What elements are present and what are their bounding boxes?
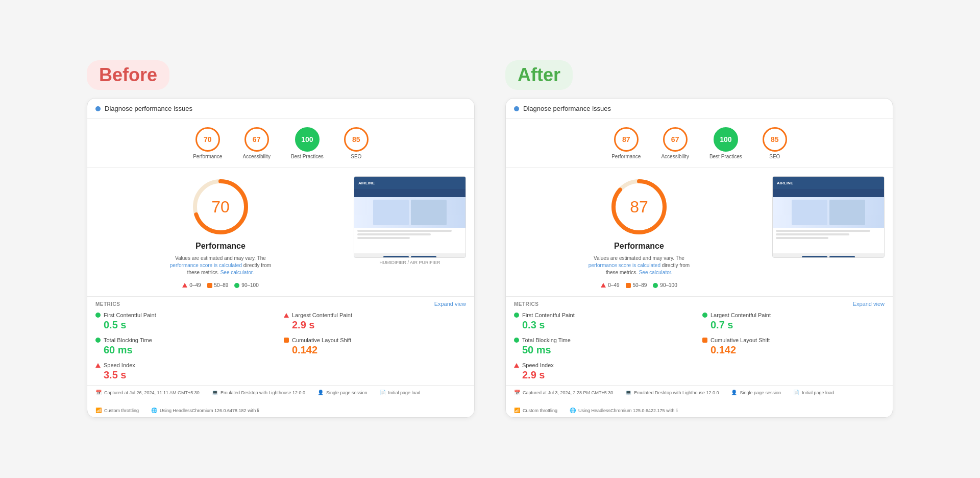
after-metric-lcp-value: 0.7 s xyxy=(702,319,885,331)
after-metric-tbt-value: 50 ms xyxy=(514,344,696,356)
after-metric-lcp-name: Largest Contentful Paint xyxy=(710,312,771,318)
before-screenshot-mock: AIRLINE xyxy=(354,176,466,258)
after-perf-section: 87 Performance Values are estimated and … xyxy=(514,176,764,288)
before-metric-tbt: Total Blocking Time 60 ms xyxy=(95,337,278,356)
before-score-circle-best-practices: 100 xyxy=(295,127,320,152)
after-metric-lcp: Largest Contentful Paint 0.7 s xyxy=(702,312,885,331)
before-metric-si: Speed Index 3.5 s xyxy=(95,362,278,381)
before-card-header: Diagnose performance issues xyxy=(87,99,474,119)
after-metric-tbt: Total Blocking Time 50 ms xyxy=(514,337,696,356)
before-metric-lcp-indicator xyxy=(284,313,289,318)
after-metric-si: Speed Index 2.9 s xyxy=(514,362,696,381)
before-legend-triangle-icon xyxy=(182,283,187,288)
before-metric-cls: Cumulative Layout Shift 0.142 xyxy=(284,337,466,356)
before-screenshot: AIRLINE xyxy=(354,176,466,288)
before-footer-calendar-icon: 📅 xyxy=(95,390,102,395)
after-calc-link[interactable]: See calculator. xyxy=(639,270,673,275)
before-label: Before xyxy=(87,60,169,90)
after-screenshot-nav xyxy=(773,189,884,197)
before-footer-emulated: 💻 Emulated Desktop with Lighthouse 12.0.… xyxy=(212,390,305,395)
before-panel: Before Diagnose performance issues 70 Pe… xyxy=(87,60,475,418)
before-legend-0-49: 0–49 xyxy=(182,282,201,288)
after-screenshot-body xyxy=(773,228,884,253)
before-metric-fcp-indicator xyxy=(95,313,101,318)
after-metric-cls-indicator xyxy=(702,338,707,343)
after-score-circle-seo: 85 xyxy=(763,127,787,152)
before-metric-fcp-name: First Contentful Paint xyxy=(104,312,156,318)
before-legend-90-100: 90–100 xyxy=(234,282,258,288)
before-header-title: Diagnose performance issues xyxy=(105,105,192,112)
before-score-circle-seo: 85 xyxy=(344,127,369,152)
before-metric-cls-value: 0.142 xyxy=(284,344,466,356)
after-metric-fcp-value: 0.3 s xyxy=(514,319,696,331)
before-screenshot-logo: AIRLINE xyxy=(358,181,375,185)
before-metric-tbt-value: 60 ms xyxy=(95,344,278,356)
before-perf-title: Performance xyxy=(195,242,246,251)
main-container: Before Diagnose performance issues 70 Pe… xyxy=(31,60,949,418)
before-screenshot-header: AIRLINE xyxy=(354,177,465,189)
after-panel: After Diagnose performance issues 87 Per… xyxy=(505,60,893,418)
before-score-accessibility: 67 Accessibility xyxy=(242,127,270,159)
after-scores-row: 87 Performance 67 Accessibility 100 Best… xyxy=(506,119,893,168)
after-legend-square-icon xyxy=(626,283,631,288)
after-footer-page-load: 📄 Initial page load xyxy=(793,390,834,395)
after-metrics-header: METRICS Expand view xyxy=(514,301,885,307)
before-big-circle: 70 xyxy=(190,176,251,237)
after-score-performance: 87 Performance xyxy=(611,127,641,159)
after-metric-tbt-indicator xyxy=(514,338,519,343)
before-expand-view[interactable]: Expand view xyxy=(434,301,466,307)
before-metric-tbt-indicator xyxy=(95,338,101,343)
after-metric-si-value: 2.9 s xyxy=(514,369,696,381)
after-score-best-practices: 100 Best Practices xyxy=(709,127,742,159)
after-screenshot-logo: AIRLINE xyxy=(777,181,793,185)
after-metric-cls-name: Cumulative Layout Shift xyxy=(710,337,770,343)
before-metric-si-value: 3.5 s xyxy=(95,369,278,381)
before-score-seo: 85 SEO xyxy=(344,127,369,159)
before-screenshot-body xyxy=(354,228,465,253)
after-score-circle-performance: 87 xyxy=(614,127,639,152)
after-metric-cls: Cumulative Layout Shift 0.142 xyxy=(702,337,885,356)
after-metrics-grid: First Contentful Paint 0.3 s Largest Con… xyxy=(514,312,885,381)
after-metric-si-name: Speed Index xyxy=(522,362,554,368)
before-footer-throttling: 📶 Custom throttling xyxy=(95,408,139,413)
before-card-footer: 📅 Captured at Jul 26, 2024, 11:11 AM GMT… xyxy=(87,386,474,417)
after-score-circle-best-practices: 100 xyxy=(714,127,738,152)
after-screenshot-hero xyxy=(773,197,884,228)
before-legend-50-89: 50–89 xyxy=(207,282,229,288)
before-perf-link[interactable]: performance score is calculated xyxy=(170,262,242,268)
before-footer-page-icon: 📄 xyxy=(380,390,386,395)
after-footer-desktop-icon: 💻 xyxy=(625,390,631,395)
after-perf-link[interactable]: performance score is calculated xyxy=(589,262,660,268)
after-footer-chromium: 🌐 Using HeadlessChromium 125.0.6422.175 … xyxy=(570,408,678,413)
after-big-score: 87 xyxy=(630,198,648,217)
before-metrics-section: METRICS Expand view First Contentful Pai… xyxy=(87,297,474,386)
before-metric-cls-name: Cumulative Layout Shift xyxy=(292,337,351,343)
before-metric-lcp-value: 2.9 s xyxy=(284,319,466,331)
before-footer-globe-icon: 🌐 xyxy=(151,408,157,413)
after-expand-view[interactable]: Expand view xyxy=(853,301,885,307)
after-legend-0-49: 0–49 xyxy=(601,282,619,288)
before-metrics-header: METRICS Expand view xyxy=(95,301,466,307)
after-footer-capture: 📅 Captured at Jul 3, 2024, 2:28 PM GMT+5… xyxy=(514,390,613,395)
after-big-circle: 87 xyxy=(608,176,670,237)
before-legend-square-icon xyxy=(207,283,212,288)
after-metric-fcp-indicator xyxy=(514,313,519,318)
after-footer-throttling: 📶 Custom throttling xyxy=(514,408,557,413)
before-perf-desc: Values are estimated and may vary. The p… xyxy=(164,255,277,276)
before-score-best-practices: 100 Best Practices xyxy=(291,127,324,159)
before-metric-cls-indicator xyxy=(284,338,289,343)
before-footer-page-load: 📄 Initial page load xyxy=(380,390,421,395)
after-main-content: 87 Performance Values are estimated and … xyxy=(506,168,893,297)
before-perf-section: 70 Performance Values are estimated and … xyxy=(95,176,346,288)
after-metric-cls-value: 0.142 xyxy=(702,344,885,356)
before-metric-tbt-name: Total Blocking Time xyxy=(104,337,152,343)
before-calc-link[interactable]: See calculator. xyxy=(220,270,254,275)
before-legend-dot-icon xyxy=(234,283,239,288)
before-metric-fcp: First Contentful Paint 0.5 s xyxy=(95,312,278,331)
after-legend-dot-icon xyxy=(653,283,658,288)
after-metric-tbt-name: Total Blocking Time xyxy=(522,337,571,343)
before-score-circle-performance: 70 xyxy=(195,127,220,152)
before-score-performance: 70 Performance xyxy=(193,127,222,159)
before-metric-lcp-name: Largest Contentful Paint xyxy=(292,312,352,318)
before-card: Diagnose performance issues 70 Performan… xyxy=(87,98,475,418)
